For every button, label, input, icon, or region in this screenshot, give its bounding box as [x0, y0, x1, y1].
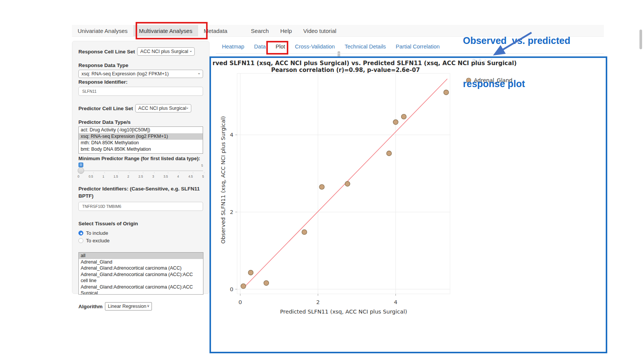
listbox-option[interactable]: mth: DNA 850K Methylation — [79, 140, 203, 146]
y-tick-label: 4 — [230, 132, 233, 138]
tissue-listbox[interactable]: all Adrenal_Gland Adrenal_Gland:Adrenoco… — [78, 252, 203, 295]
slider-tick-label: 4.5 — [188, 175, 193, 178]
slider-tick-label: 0 — [78, 175, 80, 178]
slider-tickmark — [193, 172, 193, 173]
algorithm-label: Algorithm — [78, 304, 103, 309]
result-tab[interactable]: Data — [254, 44, 266, 50]
x-tick-label: 0 — [239, 299, 242, 305]
data-point[interactable] — [302, 229, 307, 234]
predictor-identifiers-input[interactable]: TNFRSF10D TMBIM6 — [78, 202, 203, 211]
response-data-type-select[interactable]: xsq: RNA-seq Expression (log2 FPKM+1) ⌄ — [78, 70, 203, 78]
data-point[interactable] — [248, 270, 253, 275]
slider-tick-label: 2 — [127, 175, 129, 178]
callout-line1: Observed vs. predicted — [463, 33, 570, 48]
slider-tickmark — [143, 172, 143, 173]
callout-line2: response plot — [463, 76, 570, 91]
predictor-identifiers-label: Predictor Identifiers: (Case-Sensitive, … — [78, 185, 203, 200]
listbox-option[interactable]: Adrenal_Gland:Adrenocortical carcinoma (… — [79, 284, 203, 295]
slider-tickmark — [79, 172, 80, 173]
nav-item[interactable]: Multivariate Analyses — [133, 25, 198, 36]
x-tick-label: 4 — [394, 299, 397, 305]
result-tab[interactable]: Partial Correlation — [396, 44, 440, 50]
data-point[interactable] — [345, 181, 350, 186]
chevron-down-icon: ⌄ — [197, 70, 201, 75]
data-point[interactable] — [241, 284, 246, 289]
predictor-data-types-label: Predictor Data Type/s — [78, 119, 203, 125]
nav-item[interactable]: Metadata — [198, 25, 233, 36]
radio-button[interactable] — [78, 231, 83, 236]
min-predictor-range-slider[interactable]: 0 5 00.511.522.533.544.55 — [78, 162, 203, 181]
slider-tickmark — [154, 172, 155, 173]
nav-item[interactable]: Help — [275, 25, 298, 36]
predictor-data-types-listbox[interactable]: act: Drug Activity (-log10[IC50M]) xsq: … — [78, 126, 203, 154]
radio-label: To include — [86, 230, 108, 236]
y-tick-label: 2 — [230, 209, 233, 215]
tissue-origin-label: Select Tissue/s of Origin — [78, 221, 203, 226]
listbox-option[interactable]: Adrenal_Gland — [79, 259, 203, 265]
analysis-settings-panel: Response Cell Line Set ACC NCI plus Surg… — [72, 41, 209, 294]
slider-tick-label: 1 — [102, 175, 104, 178]
y-tick-label: 0 — [230, 286, 233, 292]
slider-track[interactable] — [78, 170, 203, 171]
tissue-origin-radios: To include To exclude — [78, 229, 203, 244]
slider-tickmark — [204, 172, 204, 173]
slider-tickmark — [93, 172, 94, 173]
data-point[interactable] — [386, 151, 391, 156]
response-cell-line-set-select[interactable]: ACC NCI plus Surgical ⌄ — [137, 47, 195, 56]
data-point[interactable] — [444, 90, 449, 95]
nav-item[interactable]: Video tutorial — [298, 25, 342, 36]
slider-tickmark — [118, 172, 119, 173]
nav-item[interactable]: Univariate Analyses — [72, 25, 133, 36]
slider-max-label: 5 — [201, 164, 203, 167]
slider-ticks: 00.511.522.533.544.55 — [78, 175, 203, 180]
response-data-type-label: Response Data Type — [78, 62, 203, 68]
x-tick-label: 2 — [316, 299, 320, 305]
callout-text: Observed vs. predicted response plot — [463, 5, 570, 120]
listbox-option[interactable]: act: Drug Activity (-log10[IC50M]) — [79, 127, 203, 133]
listbox-option[interactable]: xsq: RNA-seq Expression (log2 FPKM+1) — [79, 133, 203, 140]
data-point[interactable] — [319, 184, 324, 189]
slider-handle[interactable] — [78, 167, 84, 174]
radio-row[interactable]: To include — [78, 229, 203, 237]
slider-tickmark — [168, 172, 168, 173]
radio-label: To exclude — [86, 238, 109, 243]
predictor-cell-line-set-select[interactable]: ACC NCI plus Surgical ⌄ — [135, 104, 191, 112]
result-tab[interactable]: Plot — [275, 44, 285, 50]
slider-tick-label: 4 — [177, 175, 179, 178]
listbox-option[interactable]: Adrenal_Gland:Adrenocortical carcinoma (… — [79, 265, 203, 272]
listbox-option[interactable]: bmt: Body DNA 850K Methylation — [79, 146, 203, 153]
data-point[interactable] — [264, 281, 269, 286]
listbox-option[interactable]: Adrenal_Gland:Adrenocortical carcinoma (… — [79, 272, 203, 284]
response-identifier-label: Response Identifier: — [78, 79, 203, 85]
result-tab[interactable]: Technical Details — [345, 44, 386, 50]
nav-item[interactable]: Search — [245, 25, 275, 36]
min-predictor-range-label: Minimum Predictor Range (for first liste… — [78, 156, 203, 161]
response-identifier-input[interactable]: SLFN11 — [78, 87, 203, 96]
slider-tick-label: 3.5 — [163, 175, 168, 178]
slider-value-badge: 0 — [78, 162, 83, 167]
radio-button[interactable] — [78, 238, 83, 243]
data-point[interactable] — [393, 120, 398, 125]
slider-tick-label: 2.5 — [139, 175, 143, 178]
result-tab[interactable]: Heatmap — [222, 44, 244, 50]
page-scrollbar-thumb[interactable] — [639, 30, 642, 49]
listbox-option[interactable]: all — [79, 253, 203, 259]
slider-tickmark — [104, 172, 105, 173]
algorithm-select[interactable]: Linear Regression ∨ — [105, 302, 152, 311]
radio-row[interactable]: To exclude — [78, 237, 203, 244]
plot-area — [237, 73, 450, 294]
slider-tick-label: 5 — [202, 175, 204, 178]
slider-tick-label: 0.5 — [89, 175, 93, 178]
result-tabbar: Heatmap Data Plot Cross-Validation Techn… — [222, 44, 440, 50]
predictor-cell-line-set-label: Predictor Cell Line Set — [78, 106, 133, 111]
page: Univariate Analyses Multivariate Analyse… — [0, 0, 644, 362]
chevron-down-icon: ⌄ — [189, 48, 192, 53]
chevron-down-icon: ∨ — [147, 304, 149, 308]
slider-tickmark — [179, 172, 180, 173]
slider-tickmark — [129, 172, 130, 173]
response-cell-line-set-label: Response Cell Line Set — [78, 49, 135, 55]
result-tab[interactable]: Cross-Validation — [295, 44, 335, 50]
slider-tick-label: 1.5 — [114, 175, 118, 178]
data-point[interactable] — [401, 114, 406, 119]
slider-tick-label: 3 — [152, 175, 154, 178]
